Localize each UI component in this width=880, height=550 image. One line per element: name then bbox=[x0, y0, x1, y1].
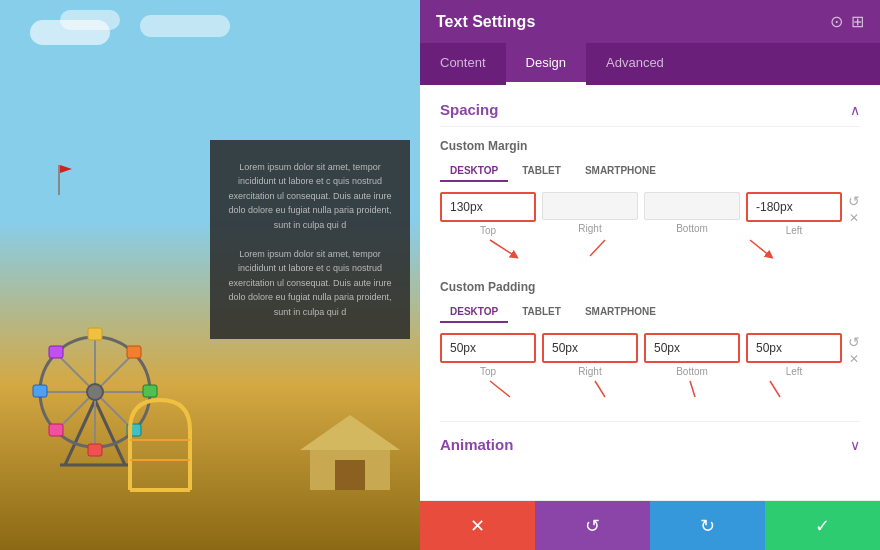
svg-line-27 bbox=[595, 381, 605, 397]
padding-inputs-row: Top Right Bottom Left bbox=[440, 333, 860, 377]
custom-margin-section: Custom Margin DESKTOP TABLET SMARTPHONE … bbox=[440, 139, 860, 260]
padding-right-label: Right bbox=[578, 366, 601, 377]
padding-bottom-input[interactable] bbox=[644, 333, 740, 363]
padding-bottom-label: Bottom bbox=[676, 366, 708, 377]
flag bbox=[58, 165, 60, 195]
cloud-2 bbox=[60, 10, 120, 30]
padding-reset-icon[interactable]: ↺ bbox=[848, 335, 860, 349]
svg-rect-10 bbox=[88, 444, 102, 456]
spacing-section-header: Spacing ∧ bbox=[440, 85, 860, 127]
save-button[interactable]: ✓ bbox=[765, 501, 880, 550]
margin-inputs-row: Top Right Bottom Left bbox=[440, 192, 860, 236]
preview-background: Lorem ipsum dolor sit amet, tempor incid… bbox=[0, 0, 420, 550]
svg-line-29 bbox=[770, 381, 780, 397]
svg-point-8 bbox=[87, 384, 103, 400]
park-structures bbox=[300, 410, 400, 490]
animation-title: Animation bbox=[440, 436, 513, 453]
custom-padding-label: Custom Padding bbox=[440, 280, 860, 294]
padding-left-input[interactable] bbox=[746, 333, 842, 363]
svg-line-26 bbox=[490, 381, 510, 397]
margin-desktop-tab[interactable]: DESKTOP bbox=[440, 161, 508, 182]
cloud-3 bbox=[140, 15, 230, 37]
settings-panel: Text Settings ⊙ ⊞ Content Design Advance… bbox=[420, 0, 880, 550]
margin-left-field: Left bbox=[746, 192, 842, 236]
animation-header: Animation ∨ bbox=[440, 422, 860, 467]
rollercoaster bbox=[120, 380, 200, 500]
margin-bottom-field: Bottom bbox=[644, 192, 740, 234]
padding-actions: ↺ ✕ bbox=[848, 333, 860, 365]
panel-header-icons: ⊙ ⊞ bbox=[830, 12, 864, 31]
redo-button[interactable]: ↻ bbox=[650, 501, 765, 550]
padding-left-field: Left bbox=[746, 333, 842, 377]
margin-bottom-label: Bottom bbox=[676, 223, 708, 234]
svg-rect-19 bbox=[335, 460, 365, 490]
columns-icon[interactable]: ⊞ bbox=[851, 12, 864, 31]
padding-top-label: Top bbox=[480, 366, 496, 377]
margin-left-label: Left bbox=[786, 225, 803, 236]
cancel-button[interactable]: ✕ bbox=[420, 501, 535, 550]
panel-toolbar: ✕ ↺ ↻ ✓ bbox=[420, 500, 880, 550]
custom-padding-section: Custom Padding DESKTOP TABLET SMARTPHONE… bbox=[440, 280, 860, 401]
svg-rect-14 bbox=[127, 346, 141, 358]
padding-top-input[interactable] bbox=[440, 333, 536, 363]
svg-line-24 bbox=[590, 240, 605, 256]
margin-right-label: Right bbox=[578, 223, 601, 234]
reset-button[interactable]: ↺ bbox=[535, 501, 650, 550]
margin-right-input[interactable] bbox=[542, 192, 638, 220]
padding-desktop-tab[interactable]: DESKTOP bbox=[440, 302, 508, 323]
preview-area: Lorem ipsum dolor sit amet, tempor incid… bbox=[0, 0, 420, 550]
spacing-title: Spacing bbox=[440, 101, 498, 118]
tab-content[interactable]: Content bbox=[420, 43, 506, 85]
margin-reset-icon[interactable]: ↺ bbox=[848, 194, 860, 208]
padding-right-field: Right bbox=[542, 333, 638, 377]
svg-rect-16 bbox=[49, 424, 63, 436]
margin-device-tabs: DESKTOP TABLET SMARTPHONE bbox=[440, 161, 860, 182]
svg-line-28 bbox=[690, 381, 695, 397]
text-overlay: Lorem ipsum dolor sit amet, tempor incid… bbox=[210, 140, 410, 339]
margin-tablet-tab[interactable]: TABLET bbox=[512, 161, 571, 182]
animation-toggle-icon[interactable]: ∨ bbox=[850, 437, 860, 453]
padding-bottom-field: Bottom bbox=[644, 333, 740, 377]
margin-actions: ↺ ✕ bbox=[848, 192, 860, 224]
padding-arrows bbox=[440, 379, 860, 401]
animation-section: Animation ∨ bbox=[440, 421, 860, 467]
margin-bottom-input[interactable] bbox=[644, 192, 740, 220]
margin-top-input[interactable] bbox=[440, 192, 536, 222]
settings-icon[interactable]: ⊙ bbox=[830, 12, 843, 31]
tab-advanced[interactable]: Advanced bbox=[586, 43, 684, 85]
margin-right-field: Right bbox=[542, 192, 638, 234]
custom-margin-label: Custom Margin bbox=[440, 139, 860, 153]
tab-design[interactable]: Design bbox=[506, 43, 586, 85]
svg-line-23 bbox=[490, 240, 515, 256]
padding-right-input[interactable] bbox=[542, 333, 638, 363]
panel-content: Spacing ∧ Custom Margin DESKTOP TABLET S… bbox=[420, 85, 880, 500]
padding-device-tabs: DESKTOP TABLET SMARTPHONE bbox=[440, 302, 860, 323]
padding-smartphone-tab[interactable]: SMARTPHONE bbox=[575, 302, 666, 323]
svg-rect-9 bbox=[88, 328, 102, 340]
padding-clear-icon[interactable]: ✕ bbox=[849, 353, 859, 365]
panel-header: Text Settings ⊙ ⊞ bbox=[420, 0, 880, 43]
panel-tabs: Content Design Advanced bbox=[420, 43, 880, 85]
margin-left-input[interactable] bbox=[746, 192, 842, 222]
margin-clear-icon[interactable]: ✕ bbox=[849, 212, 859, 224]
margin-top-label: Top bbox=[480, 225, 496, 236]
svg-marker-18 bbox=[300, 415, 400, 450]
padding-tablet-tab[interactable]: TABLET bbox=[512, 302, 571, 323]
margin-arrows bbox=[440, 238, 860, 260]
svg-rect-13 bbox=[49, 346, 63, 358]
padding-left-label: Left bbox=[786, 366, 803, 377]
svg-rect-11 bbox=[33, 385, 47, 397]
panel-title: Text Settings bbox=[436, 13, 535, 31]
spacing-toggle-icon[interactable]: ∧ bbox=[850, 102, 860, 118]
margin-top-field: Top bbox=[440, 192, 536, 236]
svg-line-25 bbox=[750, 240, 770, 256]
margin-smartphone-tab[interactable]: SMARTPHONE bbox=[575, 161, 666, 182]
padding-top-field: Top bbox=[440, 333, 536, 377]
